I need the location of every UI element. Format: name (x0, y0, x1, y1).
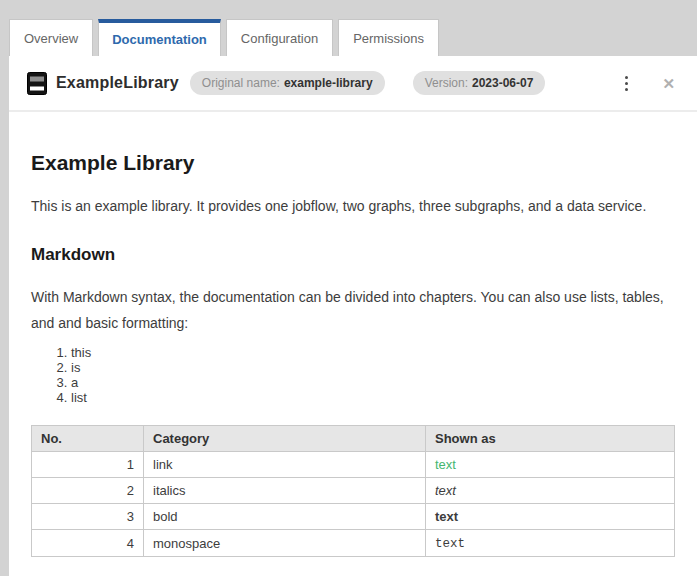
version-badge: Version: 2023-06-07 (413, 71, 546, 95)
version-label: Version: (425, 76, 468, 90)
header-badges: Original name: example-library Version: … (190, 71, 546, 95)
list-item: is (71, 360, 674, 375)
documentation-content: Example Library This is an example libra… (9, 112, 697, 576)
cell-no: 1 (32, 452, 144, 478)
markdown-list: thisisalist (31, 345, 674, 405)
header-actions: ✕ (619, 72, 679, 95)
formatted-text: text (435, 483, 456, 498)
tab-permissions[interactable]: Permissions (338, 19, 439, 56)
cell-category: italics (144, 478, 426, 504)
table-row: 2italicstext (32, 478, 675, 504)
cell-no: 2 (32, 478, 144, 504)
cell-shown-as: text (426, 530, 675, 557)
column-header-shown-as: Shown as (426, 426, 675, 452)
cell-shown-as: text (426, 452, 675, 478)
formatted-text: text (435, 509, 458, 524)
tab-overview[interactable]: Overview (9, 19, 93, 56)
library-detail-view: Overview Documentation Configuration Per… (9, 0, 697, 576)
table-row: 1linktext (32, 452, 675, 478)
list-item: list (71, 390, 674, 405)
cell-shown-as: text (426, 504, 675, 530)
tab-configuration[interactable]: Configuration (226, 19, 333, 56)
cell-category: bold (144, 504, 426, 530)
tab-documentation[interactable]: Documentation (98, 19, 221, 56)
version-value: 2023-06-07 (472, 76, 533, 90)
kebab-menu-icon[interactable] (619, 72, 634, 95)
original-name-value: example-library (284, 76, 373, 90)
formatting-table: No. Category Shown as 1linktext2italicst… (31, 425, 675, 557)
cell-no: 4 (32, 530, 144, 557)
close-icon[interactable]: ✕ (658, 74, 679, 93)
original-name-label: Original name: (202, 76, 280, 90)
cell-shown-as: text (426, 478, 675, 504)
cell-category: monospace (144, 530, 426, 557)
list-item: a (71, 375, 674, 390)
documentation-panel: ExampleLibrary Original name: example-li… (9, 56, 697, 576)
column-header-no: No. (32, 426, 144, 452)
markdown-section-title: Markdown (31, 245, 674, 265)
formatted-text: text (435, 537, 465, 551)
library-title: ExampleLibrary (56, 74, 179, 92)
cell-no: 3 (32, 504, 144, 530)
table-header-row: No. Category Shown as (32, 426, 675, 452)
library-book-icon (27, 72, 47, 95)
library-header: ExampleLibrary Original name: example-li… (9, 56, 697, 112)
link-text[interactable]: text (435, 457, 456, 472)
markdown-section-paragraph: With Markdown syntax, the documentation … (31, 284, 674, 336)
table-row: 4monospacetext (32, 530, 675, 557)
column-header-category: Category (144, 426, 426, 452)
doc-intro-paragraph: This is an example library. It provides … (31, 198, 674, 214)
doc-page-title: Example Library (31, 151, 674, 175)
table-row: 3boldtext (32, 504, 675, 530)
cell-category: link (144, 452, 426, 478)
tab-bar: Overview Documentation Configuration Per… (9, 0, 697, 56)
list-item: this (71, 345, 674, 360)
original-name-badge: Original name: example-library (190, 71, 385, 95)
